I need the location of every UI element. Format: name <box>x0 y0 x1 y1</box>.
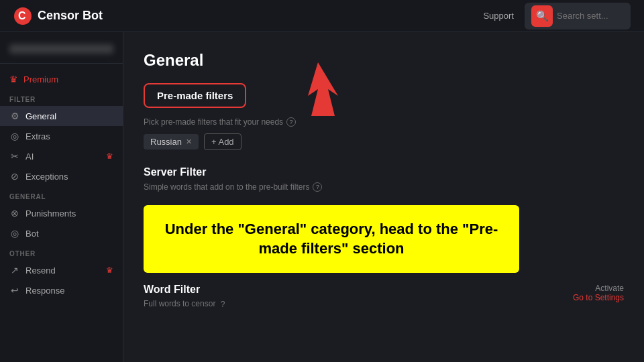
server-filter-section: Server Filter Simple words that add on t… <box>144 166 624 192</box>
svg-text:C: C <box>18 10 26 21</box>
word-filter-title: Word Filter <box>144 284 225 296</box>
resend-crown-icon: ♛ <box>106 265 113 275</box>
sidebar-label-punishments: Punishments <box>25 208 76 219</box>
exceptions-icon: ⊘ <box>9 171 20 182</box>
logo: C Censor Bot <box>13 7 103 25</box>
server-filter-title: Server Filter <box>144 166 624 178</box>
ai-icon: ✂ <box>9 151 20 162</box>
sidebar-label-ai: AI <box>25 152 34 162</box>
word-filter-subtitle: Full words to censor ? <box>144 299 225 309</box>
search-input[interactable] <box>557 11 624 21</box>
page-title: General <box>144 51 624 70</box>
search-box: 🔍 <box>525 3 631 29</box>
sidebar-item-resend[interactable]: ↗ Resend ♛ <box>0 260 123 280</box>
premade-filters-button[interactable]: Pre-made filters <box>144 83 246 108</box>
sidebar-item-ai[interactable]: ✂ AI ♛ <box>0 146 123 166</box>
sidebar-label-extras: Extras <box>25 131 50 141</box>
help-icon[interactable]: ? <box>286 117 296 127</box>
support-link[interactable]: Support <box>483 11 514 21</box>
sidebar-section-other: OTHER <box>0 243 123 260</box>
sidebar-item-premium[interactable]: ♛ Premium <box>0 69 123 89</box>
topnav-right: Support 🔍 <box>483 3 631 29</box>
sidebar-label-resend: Resend <box>25 265 56 276</box>
premade-subtitle: Pick pre-made filters that fit your need… <box>144 117 624 127</box>
filter-tags-list: Russian ✕ + Add <box>144 133 624 150</box>
sidebar-item-punishments[interactable]: ⊗ Punishments <box>0 203 123 223</box>
extras-icon: ◎ <box>9 131 20 141</box>
sidebar-label-general: General <box>25 111 56 121</box>
logo-icon: C <box>13 7 32 25</box>
main-layout: ♛ Premium FILTER ⚙ General ◎ Extras ✂ AI… <box>0 32 644 362</box>
sidebar-item-bot[interactable]: ◎ Bot <box>0 223 123 243</box>
punishments-icon: ⊗ <box>9 208 20 219</box>
word-filter-right: Activate Go to Settings <box>573 284 624 302</box>
server-name <box>9 44 113 54</box>
crown-icon: ♛ <box>9 74 18 84</box>
word-filter-help-icon[interactable]: ? <box>221 300 225 309</box>
server-filter-subtitle: Simple words that add on to the pre-buil… <box>144 182 624 192</box>
sidebar-section-filter: FILTER <box>0 89 123 106</box>
sidebar-item-exceptions[interactable]: ⊘ Exceptions <box>0 166 123 186</box>
sidebar-section-general: GENERAL <box>0 186 123 203</box>
add-filter-button[interactable]: + Add <box>204 133 241 150</box>
premade-filters-section: Pre-made filters Pick pre-made filters t… <box>144 83 624 150</box>
main-content: General Pre-made filters Pick pre-made f… <box>123 32 644 362</box>
callout-box: Under the "General" category, head to th… <box>144 205 519 273</box>
callout-text: Under the "General" category, head to th… <box>162 220 500 258</box>
app-title: Censor Bot <box>38 9 103 23</box>
resend-icon: ↗ <box>9 265 20 276</box>
server-filter-help-icon[interactable]: ? <box>313 182 322 192</box>
search-icon[interactable]: 🔍 <box>531 5 553 27</box>
word-filter-left: Word Filter Full words to censor ? <box>144 284 225 309</box>
sidebar-label-bot: Bot <box>25 229 39 239</box>
sidebar-label-response: Response <box>25 286 65 296</box>
server-selector[interactable] <box>0 40 123 64</box>
premium-label: Premium <box>23 74 58 84</box>
filter-tag-russian-label: Russian <box>150 137 182 147</box>
ai-crown-icon: ♛ <box>106 152 113 161</box>
bot-icon: ◎ <box>9 228 20 239</box>
filter-tag-russian-remove[interactable]: ✕ <box>186 137 192 146</box>
gear-icon: ⚙ <box>9 111 20 121</box>
filter-tag-russian: Russian ✕ <box>144 134 199 149</box>
topnav: C Censor Bot Support 🔍 <box>0 0 644 32</box>
word-filter-section: Word Filter Full words to censor ? Activ… <box>144 284 624 309</box>
response-icon: ↩ <box>9 285 20 296</box>
sidebar-label-exceptions: Exceptions <box>25 172 68 182</box>
activate-label: Activate <box>573 284 624 293</box>
sidebar: ♛ Premium FILTER ⚙ General ◎ Extras ✂ AI… <box>0 32 123 362</box>
sidebar-item-response[interactable]: ↩ Response <box>0 280 123 300</box>
go-to-label[interactable]: Go to Settings <box>573 293 624 302</box>
sidebar-item-extras[interactable]: ◎ Extras <box>0 126 123 146</box>
sidebar-item-general[interactable]: ⚙ General <box>0 106 123 126</box>
